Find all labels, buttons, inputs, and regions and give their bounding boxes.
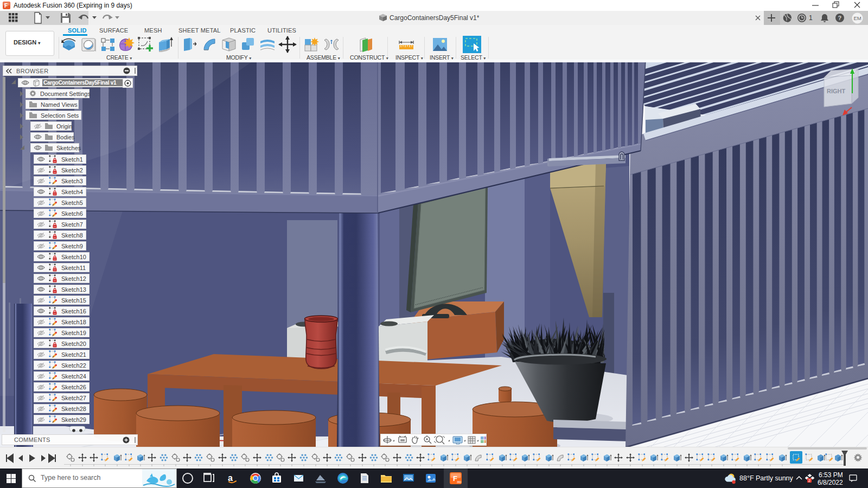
svg-text:F: F — [4, 3, 8, 9]
svg-text:EM: EM — [854, 15, 861, 21]
svg-text:?: ? — [838, 15, 842, 21]
svg-text:2: 2 — [808, 479, 810, 483]
svg-text:a: a — [228, 473, 233, 483]
svg-text:RIGHT: RIGHT — [827, 88, 846, 94]
svg-text:360: 360 — [457, 480, 462, 484]
